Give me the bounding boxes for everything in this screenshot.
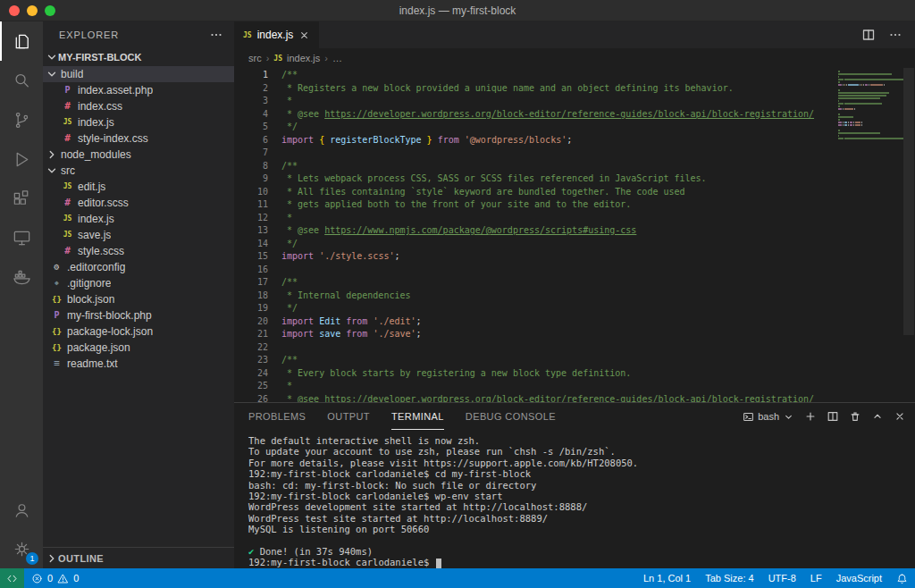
tree-file-block.json[interactable]: {}block.json — [43, 291, 234, 307]
tree-item-label: edit.js — [78, 181, 105, 193]
tree-file-my-first-block.php[interactable]: Pmy-first-block.php — [43, 307, 234, 323]
zoom-window-button[interactable] — [45, 5, 55, 16]
line-text: * @see https://developer.wordpress.org/b… — [281, 108, 814, 122]
line-text: */ — [281, 121, 298, 134]
extensions-icon[interactable] — [0, 179, 43, 218]
shell-selector[interactable]: bash — [743, 411, 794, 423]
terminal-output[interactable]: The default interactive shell is now zsh… — [234, 430, 915, 568]
terminal-line: For more details, please visit https://s… — [248, 458, 915, 468]
tree-folder-node_modules[interactable]: node_modules — [43, 147, 234, 163]
editor-scrollbar[interactable] — [902, 68, 915, 402]
chevron-down-icon — [46, 68, 58, 80]
tree-file-index.js[interactable]: JSindex.js — [43, 211, 234, 227]
minimize-window-button[interactable] — [27, 5, 38, 16]
line-text: * Registers a new block provided a uniqu… — [281, 82, 734, 96]
minimap[interactable] — [836, 68, 902, 143]
tree-folder-build[interactable]: build — [43, 66, 234, 82]
line-number: 8 — [234, 160, 268, 173]
terminal-line: WordPress test site started at http://lo… — [248, 513, 915, 524]
problems-status[interactable]: 0 0 — [24, 568, 86, 588]
remote-explorer-icon[interactable] — [0, 218, 43, 257]
close-window-button[interactable] — [9, 5, 20, 16]
tree-file-style.scss[interactable]: #style.scss — [43, 243, 234, 259]
end-of-line-setting[interactable]: LF — [803, 568, 829, 588]
tree-file-readme.txt[interactable]: ≡readme.txt — [43, 356, 234, 372]
explorer-more-actions-icon[interactable] — [209, 28, 223, 42]
line-number: 11 — [234, 198, 268, 212]
tree-file-index.css[interactable]: #index.css — [43, 98, 234, 114]
tree-file-.gitignore[interactable]: ◆.gitignore — [43, 275, 234, 291]
cursor-position[interactable]: Ln 1, Col 1 — [636, 568, 698, 588]
kill-terminal-trash-icon[interactable] — [849, 410, 861, 423]
panel-tab-debug-console[interactable]: DEBUG CONSOLE — [466, 403, 556, 430]
line-number: 25 — [234, 380, 268, 393]
root-folder-row[interactable]: MY-FIRST-BLOCK — [43, 48, 234, 66]
line-text: import Edit from './edit'; — [281, 315, 422, 329]
tree-file-save.js[interactable]: JSsave.js — [43, 227, 234, 243]
editor-tab-bar: JS index.js — [234, 21, 915, 48]
docker-icon[interactable] — [0, 257, 43, 297]
breadcrumb: src › JS index.js › … — [234, 48, 915, 68]
notifications-badge: 1 — [26, 552, 38, 565]
activity-bar: 1 — [0, 21, 43, 568]
outline-section[interactable]: OUTLINE — [43, 547, 234, 568]
line-text: * — [281, 380, 292, 393]
more-actions-icon[interactable] — [888, 28, 902, 42]
git-file-icon: ◆ — [50, 277, 63, 290]
tree-file-package.json[interactable]: {}package.json — [43, 340, 234, 356]
panel-tab-problems[interactable]: PROBLEMS — [248, 403, 306, 430]
code-line: 20import Edit from './edit'; — [234, 315, 915, 329]
tree-folder-src[interactable]: src — [43, 163, 234, 179]
maximize-panel-icon[interactable] — [871, 410, 884, 423]
settings-gear-icon[interactable]: 1 — [0, 529, 43, 568]
split-terminal-icon[interactable] — [827, 410, 839, 423]
accounts-icon[interactable] — [0, 490, 43, 529]
line-text: /** — [281, 354, 298, 367]
window-title: index.js — my-first-block — [0, 4, 915, 17]
js-file-icon: JS — [61, 229, 74, 241]
tree-file-edit.js[interactable]: JSedit.js — [43, 179, 234, 195]
breadcrumb-folder[interactable]: src — [248, 53, 262, 63]
run-and-debug-icon[interactable] — [0, 139, 43, 179]
tree-file-package-lock.json[interactable]: {}package-lock.json — [43, 323, 234, 340]
tree-file-editor.scss[interactable]: #editor.scss — [43, 195, 234, 211]
file-encoding[interactable]: UTF-8 — [761, 568, 803, 588]
source-control-icon[interactable] — [0, 100, 43, 139]
tab-close-icon[interactable] — [298, 29, 310, 41]
remote-indicator[interactable] — [0, 568, 24, 588]
close-panel-icon[interactable] — [894, 410, 906, 423]
tree-item-label: package-lock.json — [67, 325, 153, 338]
tab-index-js[interactable]: JS index.js — [234, 21, 319, 48]
line-text: import save from './save'; — [281, 328, 422, 341]
line-number: 12 — [234, 212, 268, 225]
line-text: * Lets webpack process CSS, SASS or SCSS… — [281, 172, 707, 186]
tree-file-index.asset.php[interactable]: Pindex.asset.php — [43, 82, 234, 98]
chevron-right-icon — [46, 148, 58, 161]
breadcrumb-file[interactable]: index.js — [287, 53, 320, 63]
notifications-bell-icon[interactable] — [889, 568, 915, 588]
code-line: 18 * Internal dependencies — [234, 290, 915, 303]
indentation-setting[interactable]: Tab Size: 4 — [698, 568, 760, 588]
tree-file-style-index.css[interactable]: #style-index.css — [43, 130, 234, 147]
line-number: 17 — [234, 276, 268, 290]
explorer-icon[interactable] — [0, 21, 43, 61]
tree-file-.editorconfig[interactable]: ⚙.editorconfig — [43, 259, 234, 275]
tree-file-index.js[interactable]: JSindex.js — [43, 114, 234, 130]
panel-tab-terminal[interactable]: TERMINAL — [391, 403, 444, 430]
code-lines[interactable]: 1/**2 * Registers a new block provided a… — [234, 68, 915, 402]
tree-item-label: save.js — [78, 229, 111, 241]
title-bar: index.js — my-first-block — [0, 0, 915, 21]
scrollbar-thumb[interactable] — [903, 68, 914, 335]
split-editor-icon[interactable] — [861, 28, 876, 42]
new-terminal-icon[interactable] — [804, 410, 817, 423]
line-number: 26 — [234, 393, 268, 403]
breadcrumb-more[interactable]: … — [332, 53, 342, 63]
warning-icon — [57, 573, 69, 584]
editor-body: 1/**2 * Registers a new block provided a… — [234, 68, 915, 402]
panel-tab-output[interactable]: OUTPUT — [327, 403, 370, 430]
search-icon[interactable] — [0, 61, 43, 100]
language-mode[interactable]: JavaScript — [829, 568, 889, 588]
line-text: */ — [281, 302, 298, 315]
line-text: import { registerBlockType } from '@word… — [281, 134, 572, 147]
line-text: * All files containing `style` keyword a… — [281, 186, 685, 199]
